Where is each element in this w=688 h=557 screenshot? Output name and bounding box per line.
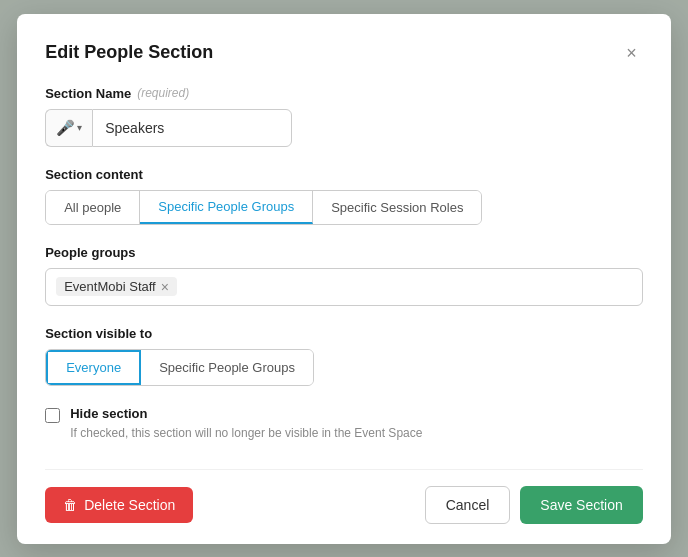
- trash-icon: 🗑: [63, 497, 77, 513]
- tag-label: EventMobi Staff: [64, 279, 156, 294]
- tab-visible-specific-groups[interactable]: Specific People Groups: [141, 350, 313, 385]
- hide-section-block: Hide section If checked, this section wi…: [45, 406, 643, 441]
- tab-specific-session-roles[interactable]: Specific Session Roles: [313, 191, 481, 224]
- hide-section-text: Hide section If checked, this section wi…: [70, 406, 422, 441]
- tab-specific-people-groups[interactable]: Specific People Groups: [140, 191, 313, 224]
- tag-eventmobi-staff: EventMobi Staff ×: [56, 277, 177, 296]
- edit-people-section-modal: Edit People Section × Section Name (requ…: [17, 14, 671, 544]
- tab-everyone[interactable]: Everyone: [46, 350, 141, 385]
- cancel-button[interactable]: Cancel: [425, 486, 511, 524]
- required-hint: (required): [137, 86, 189, 100]
- modal-overlay: Edit People Section × Section Name (requ…: [0, 0, 688, 557]
- hide-section-row: Hide section If checked, this section wi…: [45, 406, 643, 441]
- modal-footer: 🗑 Delete Section Cancel Save Section: [45, 469, 643, 524]
- section-name-input-row: 🎤 ▾: [45, 109, 643, 147]
- section-content-tabs: All people Specific People Groups Specif…: [45, 190, 482, 225]
- mic-dropdown-button[interactable]: 🎤 ▾: [45, 109, 92, 147]
- people-groups-tag-input[interactable]: EventMobi Staff ×: [45, 268, 643, 306]
- save-section-button[interactable]: Save Section: [520, 486, 643, 524]
- section-visible-block: Section visible to Everyone Specific Peo…: [45, 326, 643, 386]
- close-button[interactable]: ×: [620, 42, 643, 64]
- people-groups-block: People groups EventMobi Staff ×: [45, 245, 643, 306]
- hide-section-description: If checked, this section will no longer …: [70, 426, 422, 440]
- chevron-down-icon: ▾: [77, 122, 82, 133]
- mic-icon: 🎤: [56, 119, 75, 137]
- people-groups-label: People groups: [45, 245, 643, 260]
- tab-all-people[interactable]: All people: [46, 191, 140, 224]
- footer-right-buttons: Cancel Save Section: [425, 486, 643, 524]
- section-content-block: Section content All people Specific Peop…: [45, 167, 643, 225]
- section-visible-label: Section visible to: [45, 326, 643, 341]
- visibility-tabs: Everyone Specific People Groups: [45, 349, 314, 386]
- section-name-label: Section Name (required): [45, 86, 643, 101]
- section-name-input[interactable]: [92, 109, 292, 147]
- hide-section-checkbox[interactable]: [45, 408, 60, 423]
- delete-section-button[interactable]: 🗑 Delete Section: [45, 487, 193, 523]
- tag-remove-button[interactable]: ×: [161, 280, 169, 294]
- modal-title: Edit People Section: [45, 42, 213, 63]
- section-name-block: Section Name (required) 🎤 ▾: [45, 86, 643, 147]
- modal-header: Edit People Section ×: [45, 42, 643, 64]
- section-content-label: Section content: [45, 167, 643, 182]
- hide-section-label: Hide section: [70, 406, 422, 421]
